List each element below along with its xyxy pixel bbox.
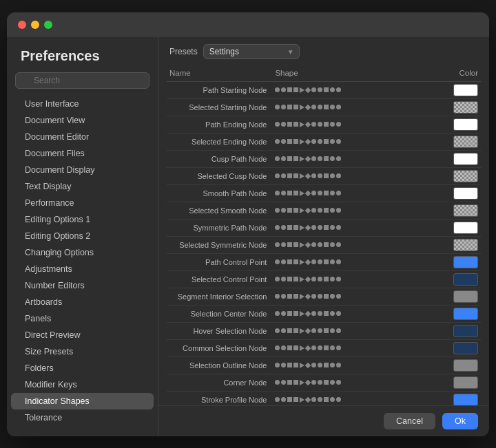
row-name: Selected Control Point — [167, 270, 272, 288]
ok-button[interactable]: Ok — [442, 413, 478, 429]
row-name: Path Starting Node — [167, 81, 272, 98]
sidebar-item-indicator-shapes[interactable]: Indicator Shapes — [11, 393, 154, 409]
row-color[interactable] — [451, 81, 481, 98]
row-shape[interactable] — [272, 374, 451, 391]
row-name: Path Ending Node — [167, 116, 272, 133]
row-shape[interactable] — [272, 184, 451, 202]
row-shape[interactable] — [272, 322, 451, 339]
sidebar-item-editing-options-1[interactable]: Editing Options 1 — [11, 211, 154, 228]
table-row: Selected Symmetric Node — [167, 236, 481, 253]
table-row: Selection Outline Node — [167, 356, 481, 374]
sidebar-item-editing-options-2[interactable]: Editing Options 2 — [11, 228, 154, 244]
row-color[interactable] — [451, 305, 481, 322]
sidebar-item-text-display[interactable]: Text Display — [11, 178, 154, 195]
row-color[interactable] — [451, 339, 481, 356]
sidebar-item-user-interface[interactable]: User Interface — [11, 96, 154, 112]
sidebar-item-artboards[interactable]: Artboards — [11, 294, 154, 310]
sidebar-item-tolerance[interactable]: Tolerance — [11, 409, 154, 426]
sidebar-item-modifier-keys[interactable]: Modifier Keys — [11, 376, 154, 393]
row-color[interactable] — [451, 236, 481, 253]
row-shape[interactable] — [272, 167, 451, 184]
row-color[interactable] — [451, 253, 481, 270]
row-name: Hover Selection Node — [167, 322, 272, 339]
table-row: Selected Ending Node — [167, 133, 481, 150]
row-name: Segment Interior Selection — [167, 288, 272, 305]
table-row: Segment Interior Selection — [167, 288, 481, 305]
row-shape[interactable] — [272, 98, 451, 116]
row-color[interactable] — [451, 202, 481, 219]
sidebar-item-document-editor[interactable]: Document Editor — [11, 129, 154, 145]
sidebar-item-size-presets[interactable]: Size Presets — [11, 343, 154, 360]
titlebar — [7, 12, 489, 37]
row-color[interactable] — [451, 219, 481, 236]
sidebar-item-adjustments[interactable]: Adjustments — [11, 261, 154, 277]
table-container: Name Shape Color Path Starting NodeSelec… — [158, 66, 489, 405]
table-row: Hover Selection Node — [167, 322, 481, 339]
row-name: Selected Ending Node — [167, 133, 272, 150]
row-shape[interactable] — [272, 391, 451, 405]
row-color[interactable] — [451, 184, 481, 202]
sidebar-item-preview-sizes[interactable]: Preview Sizes — [11, 426, 154, 428]
presets-select-wrap: Settings ▼ — [203, 44, 300, 59]
sidebar-item-changing-options[interactable]: Changing Options — [11, 244, 154, 261]
row-shape[interactable] — [272, 288, 451, 305]
preferences-window: Preferences 🔍 User InterfaceDocument Vie… — [7, 12, 489, 436]
maximize-button[interactable] — [44, 21, 52, 29]
table-row: Path Control Point — [167, 253, 481, 270]
sidebar-item-panels[interactable]: Panels — [11, 310, 154, 327]
row-color[interactable] — [451, 356, 481, 374]
row-color[interactable] — [451, 167, 481, 184]
window-controls — [18, 21, 52, 29]
row-shape[interactable] — [272, 202, 451, 219]
row-color[interactable] — [451, 133, 481, 150]
row-shape[interactable] — [272, 305, 451, 322]
sidebar-item-document-view[interactable]: Document View — [11, 112, 154, 129]
table-row: Selected Control Point — [167, 270, 481, 288]
row-name: Selected Starting Node — [167, 98, 272, 116]
sidebar-item-number-editors[interactable]: Number Editors — [11, 277, 154, 294]
row-shape[interactable] — [272, 150, 451, 167]
row-color[interactable] — [451, 288, 481, 305]
presets-select[interactable]: Settings — [203, 44, 300, 59]
search-container: 🔍 — [7, 72, 158, 96]
col-header-color: Color — [451, 66, 481, 82]
row-color[interactable] — [451, 98, 481, 116]
row-name: Cusp Path Node — [167, 150, 272, 167]
close-button[interactable] — [18, 21, 26, 29]
row-color[interactable] — [451, 116, 481, 133]
footer: Cancel Ok — [158, 405, 489, 436]
minimize-button[interactable] — [31, 21, 39, 29]
row-shape[interactable] — [272, 81, 451, 98]
row-shape[interactable] — [272, 339, 451, 356]
row-name: Stroke Profile Node — [167, 391, 272, 405]
row-color[interactable] — [451, 150, 481, 167]
row-name: Smooth Path Node — [167, 184, 272, 202]
row-shape[interactable] — [272, 133, 451, 150]
row-shape[interactable] — [272, 236, 451, 253]
sidebar-item-direct-preview[interactable]: Direct Preview — [11, 327, 154, 343]
window-body: Preferences 🔍 User InterfaceDocument Vie… — [7, 37, 489, 436]
sidebar-item-document-files[interactable]: Document Files — [11, 145, 154, 162]
sidebar-item-document-display[interactable]: Document Display — [11, 162, 154, 178]
sidebar-item-performance[interactable]: Performance — [11, 195, 154, 211]
presets-label: Presets — [169, 47, 198, 56]
row-name: Common Selection Node — [167, 339, 272, 356]
cancel-button[interactable]: Cancel — [384, 413, 435, 429]
sidebar: Preferences 🔍 User InterfaceDocument Vie… — [7, 37, 158, 436]
table-row: Selected Cusp Node — [167, 167, 481, 184]
row-color[interactable] — [451, 391, 481, 405]
col-header-shape: Shape — [272, 66, 451, 82]
row-shape[interactable] — [272, 270, 451, 288]
sidebar-item-folders[interactable]: Folders — [11, 360, 154, 376]
row-shape[interactable] — [272, 219, 451, 236]
row-shape[interactable] — [272, 356, 451, 374]
table-row: Selection Center Node — [167, 305, 481, 322]
search-input[interactable] — [15, 72, 149, 89]
row-color[interactable] — [451, 374, 481, 391]
row-shape[interactable] — [272, 116, 451, 133]
sidebar-title: Preferences — [7, 45, 158, 72]
row-shape[interactable] — [272, 253, 451, 270]
row-color[interactable] — [451, 322, 481, 339]
table-row: Path Ending Node — [167, 116, 481, 133]
row-color[interactable] — [451, 270, 481, 288]
